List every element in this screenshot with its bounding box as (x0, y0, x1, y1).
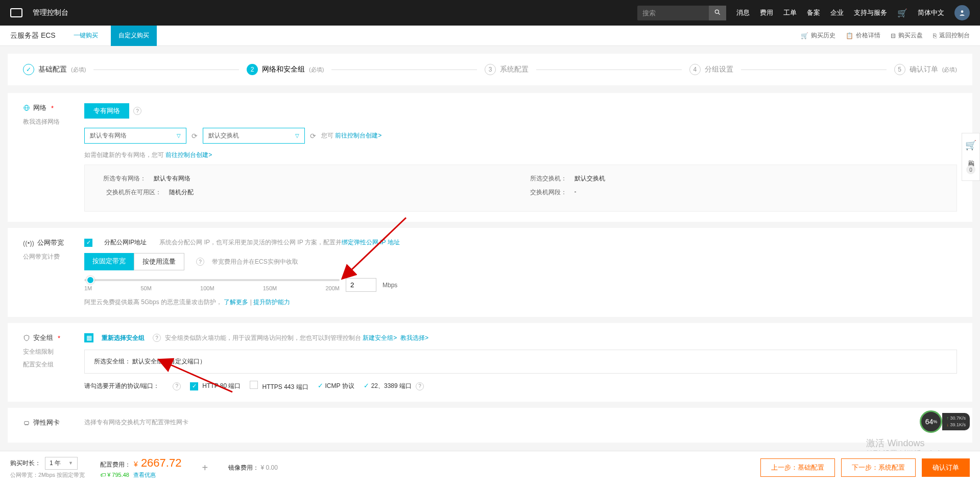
upgrade-link[interactable]: 提升防护能力 (253, 298, 290, 306)
assign-ip-label: 分配公网IP地址 (104, 238, 147, 247)
duration-block: 购买时长： 1 年 ▼ 公网带宽：2Mbps 按固定带宽 (10, 457, 85, 479)
prev-button[interactable]: 上一步：基础配置 (760, 458, 835, 477)
help-me-link[interactable]: 教我选择> (400, 334, 428, 341)
hint2: 如需创建新的专有网络，您可 前往控制台创建> (84, 151, 957, 159)
assign-ip-row: ✓ 分配公网IP地址 系统会分配公网 IP，也可采用更加灵活的弹性公网 IP 方… (84, 238, 957, 247)
tab-quick-buy[interactable]: 一键购买 (66, 26, 106, 46)
link-disk[interactable]: ⊟ 购买云盘 (891, 31, 923, 40)
step-system[interactable]: 3 系统配置 (485, 64, 529, 75)
learn-more-link[interactable]: 了解更多 (224, 298, 248, 306)
link-price[interactable]: 📋 价格详情 (846, 31, 880, 40)
save-price: ¥ 795.48 (107, 472, 129, 478)
nav-enterprise[interactable]: 企业 (830, 8, 844, 17)
info-row: 所选交换机：默认交换机 (521, 174, 942, 183)
sub2[interactable]: 配置安全组 (23, 360, 84, 369)
check-icon: ✓ (23, 64, 34, 75)
refresh-icon[interactable]: ⟳ (310, 132, 316, 140)
section-side: 网络* 教我选择网络 (23, 103, 84, 212)
http-checkbox[interactable]: ✓ (190, 382, 198, 390)
subheader-left: 云服务器 ECS 一键购买 自定义购买 (10, 26, 157, 46)
nav-support[interactable]: 支持与服务 (854, 8, 887, 17)
confirm-button[interactable]: 确认订单 (922, 458, 970, 477)
step-network[interactable]: 2 网络和安全组 (必填) (247, 64, 324, 75)
reselect-link[interactable]: 重新选择安全组 (102, 334, 145, 342)
logo-icon[interactable] (10, 8, 22, 17)
info-label: 交换机所在可用区： (100, 188, 161, 197)
nav-fee[interactable]: 费用 (760, 8, 773, 17)
slider-thumb[interactable] (86, 276, 94, 284)
section-body: ✓ 分配公网IP地址 系统会分配公网 IP，也可采用更加灵活的弹性公网 IP 方… (84, 238, 957, 307)
divider (741, 70, 887, 70)
info-row: 交换机网段：- (521, 188, 942, 197)
bandwidth-unit: Mbps (383, 282, 397, 289)
tab-fixed-bandwidth[interactable]: 按固定带宽 (84, 253, 134, 270)
https-checkbox[interactable] (250, 381, 258, 389)
tab-by-usage[interactable]: 按使用流量 (134, 253, 184, 270)
help-icon[interactable]: ? (173, 382, 181, 390)
help-icon[interactable]: ? (416, 382, 424, 390)
link-back[interactable]: ⎘ 返回控制台 (933, 31, 970, 40)
tab-custom-buy[interactable]: 自定义购买 (111, 26, 157, 46)
step-basic[interactable]: ✓ 基础配置 (必填) (23, 64, 86, 75)
next-button[interactable]: 下一步：系统配置 (841, 458, 916, 477)
link-history[interactable]: 🛒 购买历史 (801, 31, 835, 40)
desc-prefix: 安全组类似防火墙功能，用于设置网络访问控制，您也可以到管理控制台 (165, 334, 363, 341)
ports-label: 请勾选要开通的协议/端口： (84, 382, 159, 390)
required-mark: * (51, 104, 54, 112)
slider[interactable]: 1M 50M 100M 150M 200M (84, 279, 340, 291)
up-val: 30.7K/s (950, 416, 966, 421)
assign-ip-checkbox[interactable]: ✓ (84, 239, 92, 247)
help-icon[interactable]: ? (133, 107, 141, 115)
plus-icon: + (202, 462, 208, 474)
cart-count: 0 (966, 165, 975, 174)
search-input[interactable] (637, 6, 709, 20)
step-label: 基础配置 (38, 65, 67, 74)
check-icon: ✓ (318, 382, 323, 389)
eip-link[interactable]: 绑定弹性公网 IP 地址 (342, 239, 400, 246)
create-link2[interactable]: 前往控制台创建> (165, 151, 212, 158)
avatar[interactable] (954, 5, 970, 20)
step-label: 网络和安全组 (262, 65, 305, 74)
step-num: 5 (894, 64, 905, 75)
vpc-button[interactable]: 专有网络 (84, 103, 129, 119)
section-title: 安全组* (23, 333, 84, 342)
create-link[interactable]: 前往控制台创建> (335, 132, 381, 139)
sub1[interactable]: 安全组限制 (23, 348, 84, 356)
save-link[interactable]: 查看优惠 (133, 472, 156, 478)
port-http: ✓HTTP 80 端口 (190, 382, 241, 390)
info-val: 默认交换机 (575, 174, 605, 183)
speed-meter[interactable]: 64% ↑ 30.7K/s ↓ 39.1K/s (920, 410, 970, 433)
billing-tip: 带宽费用合并在ECS实例中收取 (212, 258, 298, 266)
section-security: 安全组* 安全组限制 配置安全组 ▦ 重新选择安全组 ? 安全组类似防火墙功能，… (8, 323, 972, 402)
duration-select[interactable]: 1 年 ▼ (45, 457, 78, 470)
help-link[interactable]: 教我选择网络 (23, 118, 84, 126)
section-title: 弹性网卡 (23, 418, 84, 427)
tip-prefix: 系统会分配公网 IP，也可采用更加灵活的弹性公网 IP 方案，配置并 (159, 239, 341, 246)
cart-sidebar[interactable]: 🛒 购物车 0 (962, 133, 980, 181)
info-val: - (575, 188, 577, 197)
bandwidth-input[interactable] (346, 278, 376, 292)
nav-language[interactable]: 简体中文 (918, 8, 944, 17)
refresh-icon[interactable]: ⟳ (192, 132, 198, 140)
step-group[interactable]: 4 分组设置 (689, 64, 733, 75)
nav-ticket[interactable]: 工单 (783, 8, 797, 17)
cart-icon[interactable]: 🛒 (897, 8, 907, 18)
switch-select[interactable]: 默认交换机 ▽ (203, 128, 305, 144)
new-sg-link[interactable]: 新建安全组> (363, 334, 397, 341)
save-row: 🏷 ¥ 795.48 查看优惠 (100, 471, 181, 479)
step-num: 3 (485, 64, 496, 75)
vpc-select[interactable]: 默认专有网络 ▽ (84, 128, 186, 144)
nav-record[interactable]: 备案 (807, 8, 820, 17)
speed-circle: 64% (920, 410, 942, 433)
help-icon[interactable]: ? (153, 334, 161, 342)
link-price-label: 价格详情 (856, 31, 880, 40)
nav-messages[interactable]: 消息 (736, 8, 750, 17)
tick: 200M (325, 285, 340, 291)
help-icon[interactable]: ? (196, 258, 204, 266)
step-confirm[interactable]: 5 确认订单 (必填) (894, 64, 957, 75)
search-button[interactable] (709, 6, 726, 20)
switch-select-value: 默认交换机 (208, 131, 239, 140)
image-price-block: 镜像费用： ¥ 0.00 (228, 464, 278, 472)
step-label: 系统配置 (500, 65, 529, 74)
svg-line-1 (719, 13, 720, 14)
